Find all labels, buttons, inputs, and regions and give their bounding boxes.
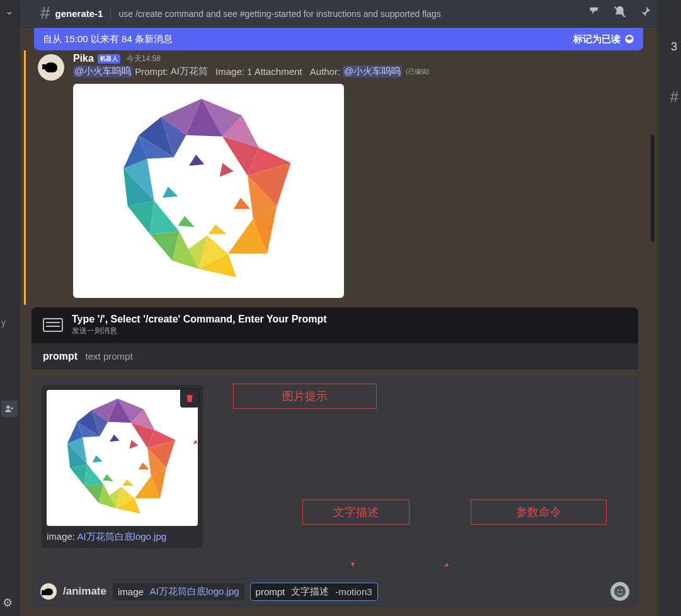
notifications-muted-icon[interactable] bbox=[613, 5, 627, 22]
annotation-arrow bbox=[192, 396, 236, 448]
param-label: image bbox=[118, 586, 144, 597]
annotation-arrow bbox=[441, 525, 523, 570]
option-description: text prompt bbox=[86, 351, 133, 362]
attachment-thumbnail[interactable] bbox=[47, 390, 198, 526]
svg-point-36 bbox=[621, 590, 622, 591]
edited-label: (已编辑) bbox=[406, 67, 429, 76]
command-suggestion-header[interactable]: Type '/', Select '/create' Command, Ente… bbox=[31, 307, 638, 343]
user-mention[interactable]: @小火车呜呜 bbox=[73, 66, 132, 77]
annotation-text-desc: 文字描述 bbox=[302, 499, 409, 525]
emoji-picker-button[interactable] bbox=[610, 582, 629, 601]
attachment-card: image: AI万花筒白底logo.jpg bbox=[42, 385, 203, 548]
param-flag: -motion3 bbox=[335, 586, 372, 597]
prompt-label: Prompt: bbox=[135, 66, 168, 77]
param-free-text: 文字描述 bbox=[291, 586, 329, 598]
message-attachment-image[interactable] bbox=[73, 84, 344, 298]
command-subtitle: 发送一则消息 bbox=[72, 326, 327, 336]
param-pill-prompt[interactable]: prompt 文字描述 -motion3 bbox=[251, 583, 377, 600]
slash-command-name: /animate bbox=[63, 585, 106, 598]
param-pill-image[interactable]: image AI万花筒白底logo.jpg bbox=[113, 583, 244, 600]
message-author[interactable]: Pika bbox=[73, 53, 94, 64]
attachment-filename: image: AI万花筒白底logo.jpg bbox=[47, 531, 198, 543]
bot-tag: 机器人 bbox=[98, 54, 120, 64]
sidebar-partial-text: y bbox=[1, 317, 6, 328]
channel-description: use /create command and see #getting-sta… bbox=[118, 9, 583, 19]
new-messages-text: 自从 15:00 以来有 84 条新消息 bbox=[43, 33, 573, 45]
svg-point-35 bbox=[617, 590, 619, 591]
keyboard-icon bbox=[43, 318, 63, 332]
annotation-image-hint: 图片提示 bbox=[233, 384, 377, 409]
svg-point-29 bbox=[6, 406, 9, 409]
bot-avatar[interactable] bbox=[38, 54, 64, 81]
image-value: 1 Attachment bbox=[247, 66, 302, 77]
hash-icon: # bbox=[670, 88, 678, 106]
settings-gear-icon[interactable]: ⚙ bbox=[3, 596, 13, 610]
mark-read-button[interactable]: 标记为已读 bbox=[573, 33, 634, 45]
attachment-preview-panel: image: AI万花筒白底logo.jpg 图片提示 文字描述 参数命令 bbox=[31, 376, 638, 576]
message: Pika 机器人 今天14:58 @小火车呜呜 Prompt: AI万花筒 Im… bbox=[24, 50, 638, 305]
option-row-prompt[interactable]: prompt text prompt bbox=[31, 343, 638, 370]
message-content: @小火车呜呜 Prompt: AI万花筒 Image: 1 Attachment… bbox=[73, 66, 638, 77]
channel-name: generate-1 bbox=[55, 8, 103, 19]
message-timestamp: 今天14:58 bbox=[127, 54, 161, 64]
command-title: Type '/', Select '/create' Command, Ente… bbox=[72, 314, 327, 325]
author-label: Author: bbox=[310, 66, 340, 77]
svg-point-34 bbox=[614, 586, 626, 597]
member-count-partial: 3 bbox=[671, 40, 677, 54]
new-messages-bar[interactable]: 自从 15:00 以来有 84 条新消息 标记为已读 bbox=[34, 28, 643, 50]
divider bbox=[110, 7, 111, 21]
param-label: prompt bbox=[256, 586, 285, 597]
scrollbar[interactable] bbox=[651, 135, 655, 242]
add-user-icon[interactable] bbox=[1, 401, 18, 417]
mark-read-icon bbox=[624, 34, 634, 44]
user-mention[interactable]: @小火车呜呜 bbox=[343, 66, 402, 77]
threads-icon[interactable] bbox=[588, 5, 602, 22]
server-dropdown-chevron-icon[interactable]: ⌄ bbox=[5, 5, 13, 17]
svg-line-31 bbox=[194, 396, 233, 444]
annotation-arrow bbox=[346, 525, 359, 570]
hash-icon: # bbox=[40, 3, 50, 23]
prompt-value: AI万花筒 bbox=[171, 66, 208, 77]
image-label: Image: bbox=[215, 66, 244, 77]
chat-area: 自从 15:00 以来有 84 条新消息 标记为已读 Pika 机器人 今天14… bbox=[20, 28, 657, 616]
channel-header: # generate-1 use /create command and see… bbox=[20, 0, 657, 28]
app-avatar-icon bbox=[40, 583, 57, 600]
pinned-messages-icon[interactable] bbox=[638, 5, 652, 22]
svg-line-33 bbox=[445, 525, 519, 566]
annotation-param-cmd: 参数命令 bbox=[471, 499, 607, 525]
option-name: prompt bbox=[43, 351, 77, 362]
param-value: AI万花筒白底logo.jpg bbox=[150, 586, 239, 598]
message-input-bar[interactable]: /animate image AI万花筒白底logo.jpg prompt 文字… bbox=[31, 576, 638, 607]
